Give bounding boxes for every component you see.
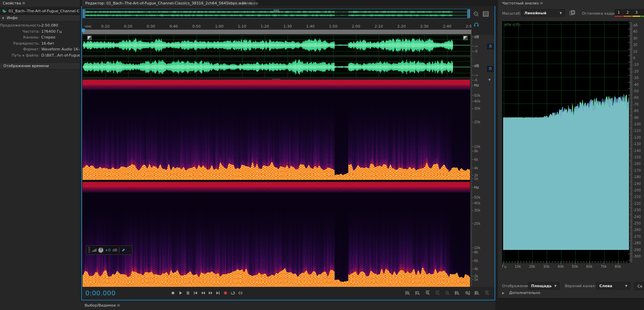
panel-menu-icon[interactable]: ≡ — [540, 1, 543, 5]
zoom-in-vertical-button[interactable] — [405, 290, 411, 296]
properties-tab[interactable]: Свойства ≡ — [0, 0, 80, 6]
info-row-label: Формат: — [0, 47, 40, 51]
display-label: Отображение: — [502, 284, 531, 288]
transport-loop-playback-button[interactable] — [230, 290, 236, 296]
info-row[interactable]: Путь к файлу:D:\BitT...Art-of-Fugue_Ch — [0, 52, 80, 59]
info-row[interactable]: Продолжительность:2:50.080 — [0, 22, 80, 29]
left-channel-badge[interactable]: Л — [487, 44, 494, 49]
headphones-monitor-icon[interactable] — [473, 22, 479, 27]
corner-toggle-left-icon[interactable] — [87, 36, 92, 40]
editor-tab-label: Редактор: 01_Bach--The-Art-of-Fugue_Chan… — [85, 1, 246, 5]
corner-toggle-right-icon[interactable] — [463, 36, 468, 40]
selection-view-tab[interactable]: Выбор/Видимое — [85, 303, 116, 308]
hz-scale-tick — [472, 269, 474, 269]
db-axis-label: дБ — [633, 23, 638, 27]
overview-navigator[interactable] — [83, 9, 470, 18]
waveform-left-channel[interactable] — [83, 35, 470, 56]
hz-scale-tick — [472, 179, 474, 179]
db-scale-label: -6 — [474, 49, 478, 53]
info-row[interactable]: Частота:176400 Гц — [0, 29, 80, 35]
copy-button[interactable]: Ск — [634, 282, 644, 290]
db-axis-label: 10 — [633, 49, 638, 53]
ruler-tick-label: 0:20 — [124, 24, 132, 29]
db-axis-label: -90 — [633, 115, 639, 119]
playhead-time-display[interactable]: 0:00.000 — [85, 289, 116, 297]
timeline-ruler[interactable]: 0:100:200:300:400:501:001:101:201:301:40… — [83, 24, 471, 29]
zoom-full-button[interactable] — [484, 290, 491, 296]
pin-icon[interactable] — [121, 248, 126, 252]
hud-grip-icon[interactable] — [88, 247, 90, 253]
audition-window: { "colors":{ "accent":"#2e9fd6","focus_b… — [0, 0, 644, 310]
advanced-section-header[interactable]: ▶ Дополнительно — [502, 291, 540, 295]
zoom-to-selection-button[interactable] — [474, 290, 481, 296]
hz-scale-tick — [472, 210, 474, 211]
hz-scale-tick — [472, 279, 474, 280]
waveform-right-channel[interactable] — [83, 57, 470, 77]
info-row-value: 2:50.080 — [41, 23, 58, 28]
spectrogram-right-channel[interactable] — [83, 182, 470, 287]
frequency-graph[interactable]: ИТК (СП) — [502, 21, 630, 263]
info-section-header[interactable]: ▼ Инфо — [0, 15, 80, 21]
hz-axis-label: 60k — [586, 265, 592, 268]
vertical-zoombar[interactable] — [471, 35, 472, 287]
transport-play-button[interactable] — [177, 290, 183, 296]
info-row-label: Разрядность: — [0, 41, 40, 46]
frequency-analysis-tab[interactable]: Частотный анализ ≡ — [498, 0, 644, 6]
db-scale-label: -∞ — [474, 73, 478, 77]
transport-fast-forward-button[interactable] — [207, 290, 213, 296]
mixer-tab[interactable]: Микшер — [242, 1, 258, 5]
info-row-label: Путь к файлу: — [0, 53, 40, 58]
zoom-reset-button[interactable] — [444, 290, 451, 296]
frame-hold-button-4[interactable]: 4 — [641, 9, 644, 16]
db-axis-label: 0 — [633, 56, 635, 60]
transport-stop-button[interactable] — [170, 290, 176, 296]
range-handle-left[interactable] — [83, 10, 85, 18]
gain-knob[interactable] — [98, 248, 103, 253]
zoom-in-left-edge-button[interactable] — [454, 290, 461, 296]
info-row[interactable]: Формат:Waveform Audio 16-бит — [0, 46, 80, 52]
file-row[interactable]: 01_Bach--The-Art-of-Fugue_Channel-Class — [0, 7, 80, 15]
info-row[interactable]: Разрядность:16-бит — [0, 41, 80, 47]
file-name: 01_Bach--The-Art-of-Fugue_Channel-Class — [9, 9, 80, 13]
info-rows: Продолжительность:2:50.080Частота:176400… — [0, 22, 80, 58]
waveform-file-icon — [2, 9, 7, 14]
editor-tab[interactable]: Редактор: 01_Bach--The-Art-of-Fugue_Chan… — [82, 0, 255, 6]
transport-record-button[interactable] — [222, 290, 228, 296]
info-row[interactable]: Каналы:Стерео — [0, 34, 80, 41]
range-handle-right[interactable] — [467, 10, 470, 18]
db-axis-label: -20 — [633, 69, 639, 73]
copy-graph-icon[interactable] — [569, 10, 576, 16]
db-axis-label: -250 — [633, 221, 641, 225]
gain-hud[interactable]: +0 dB — [86, 245, 132, 255]
hz-scale-label: 20k — [474, 120, 481, 124]
zoom-out-vertical-button[interactable] — [414, 290, 421, 296]
zoom-in-horizontal-button[interactable] — [424, 290, 431, 296]
range-grip[interactable] — [274, 10, 279, 12]
db-axis-label: -40 — [633, 82, 639, 86]
zoom-out-horizontal-button[interactable] — [434, 290, 441, 296]
panel-menu-icon[interactable]: ≡ — [22, 1, 25, 5]
frame-hold-button-2[interactable]: 2 — [624, 9, 632, 16]
transport-go-to-start-button[interactable] — [192, 290, 198, 296]
frame-hold-button-1[interactable]: 1 — [615, 9, 623, 16]
top-channel-dropdown[interactable]: Слева▼ — [596, 282, 630, 290]
transport-skip-selection-button[interactable] — [237, 290, 243, 296]
db-scale-tick — [472, 37, 474, 37]
spectral-scale-menu-icon[interactable]: ▼ — [488, 78, 491, 81]
transport-rewind-button[interactable] — [200, 290, 206, 296]
zoom-in-right-edge-button[interactable] — [464, 290, 471, 296]
time-display-section-header[interactable]: Отображение времени — [0, 62, 80, 69]
transport-go-to-end-button[interactable] — [215, 290, 221, 296]
right-channel-badge[interactable]: П — [487, 66, 494, 72]
layout-grid-icon[interactable] — [482, 11, 489, 17]
zoom-reset-icon[interactable] — [473, 11, 480, 17]
panel-menu-icon[interactable]: ≡ — [117, 303, 120, 307]
frame-hold-button-3[interactable]: 3 — [632, 9, 641, 16]
db-axis-label: -300 — [633, 254, 641, 258]
info-row-value: D:\BitT...Art-of-Fugue_Ch — [41, 53, 80, 58]
db-axis-label: -240 — [633, 215, 641, 218]
spectrogram-left-channel[interactable] — [83, 80, 470, 180]
transport-pause-button[interactable] — [185, 290, 191, 296]
display-dropdown[interactable]: Площадь▼ — [528, 282, 559, 290]
scale-dropdown[interactable]: Линейный▼ — [521, 9, 565, 17]
